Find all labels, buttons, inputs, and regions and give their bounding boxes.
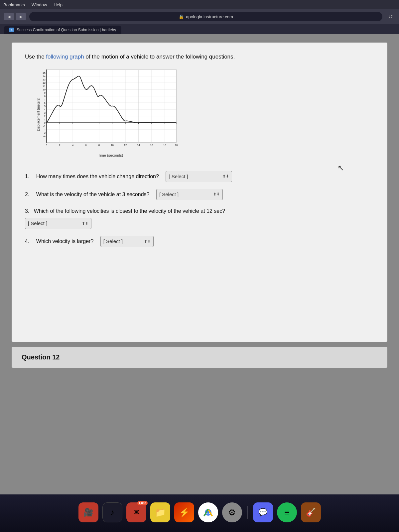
svg-text:5: 5 xyxy=(44,105,46,108)
chrome-icon xyxy=(203,507,213,518)
dock-item-chrome[interactable] xyxy=(198,502,218,522)
q4-select-label: [ Select ] xyxy=(103,237,123,245)
dock-item-camera[interactable]: 🎥 xyxy=(78,502,98,522)
svg-text:6: 6 xyxy=(44,101,46,104)
svg-text:-4: -4 xyxy=(43,135,46,138)
q1-number: 1. xyxy=(25,172,29,181)
dock-item-settings[interactable]: ⚙ xyxy=(222,502,242,522)
svg-text:6: 6 xyxy=(85,144,87,147)
page-scroll-area[interactable]: Use the following graph of the motion of… xyxy=(0,34,399,494)
dock-item-mail[interactable]: ✉ 1,052 xyxy=(126,502,146,522)
q4-text: Which velocity is larger? xyxy=(36,237,94,246)
question-intro: Use the following graph of the motion of… xyxy=(25,53,374,61)
intro-text-before: Use the xyxy=(25,54,46,60)
svg-text:8: 8 xyxy=(98,144,100,147)
graph-inner: 15 14 13 12 11 10 9 8 7 6 5 xyxy=(37,69,180,153)
dock-files-icon: 📁 xyxy=(155,507,166,518)
q2-number: 2. xyxy=(25,190,29,199)
q1-select[interactable]: [ Select ] ⬆⬇ xyxy=(166,171,232,182)
question-12-title: Question 12 xyxy=(22,353,377,361)
dock-settings-icon: ⚙ xyxy=(228,507,236,518)
browser-nav-buttons: ◀ ▶ xyxy=(4,13,26,20)
q4-select-arrow: ⬆⬇ xyxy=(141,238,151,245)
dock-garageband-icon: 🎸 xyxy=(306,508,316,517)
svg-text:10: 10 xyxy=(111,144,114,147)
graph-container: Displacement (meters) xyxy=(25,68,374,161)
browser-back-btn[interactable]: ◀ xyxy=(4,13,14,20)
menu-bookmarks[interactable]: Bookmarks xyxy=(3,2,25,7)
dock-camera-icon: 🎥 xyxy=(83,508,93,517)
q2-text: What is the velocity of the vehicle at 3… xyxy=(36,190,150,199)
dock-item-music[interactable]: ♪ xyxy=(102,502,122,522)
svg-text:15: 15 xyxy=(43,71,46,74)
dock-discord-icon: 💬 xyxy=(258,508,267,517)
graph-svg: 15 14 13 12 11 10 9 8 7 6 5 xyxy=(37,69,180,153)
svg-text:8: 8 xyxy=(44,95,46,98)
svg-text:-1: -1 xyxy=(43,125,46,128)
q3-select[interactable]: [ Select ] ⬆⬇ xyxy=(25,218,91,229)
svg-text:13: 13 xyxy=(43,78,46,81)
q1-select-arrow: ⬆⬇ xyxy=(219,173,229,180)
svg-text:10: 10 xyxy=(43,88,46,91)
lock-icon: 🔒 xyxy=(179,14,184,19)
svg-text:-3: -3 xyxy=(43,131,46,134)
svg-text:2: 2 xyxy=(44,115,46,118)
q3-number: 3. xyxy=(25,208,29,214)
question-12-section: Question 12 xyxy=(12,347,387,368)
svg-text:4: 4 xyxy=(72,144,74,147)
svg-text:16: 16 xyxy=(150,144,153,147)
svg-text:-2: -2 xyxy=(43,128,46,131)
svg-text:20: 20 xyxy=(175,144,178,147)
dock-item-garageband[interactable]: 🎸 xyxy=(301,502,321,522)
menu-window[interactable]: Window xyxy=(32,2,47,7)
browser-forward-btn[interactable]: ▶ xyxy=(16,13,26,20)
svg-text:18: 18 xyxy=(163,144,166,147)
svg-text:2: 2 xyxy=(59,144,61,147)
dock-divider xyxy=(247,506,248,519)
q2-select-arrow: ⬆⬇ xyxy=(210,191,220,198)
dock-browser-icon: ⚡ xyxy=(179,507,190,518)
tab-bar: b Success Confirmation of Question Submi… xyxy=(0,24,399,34)
dock-item-files[interactable]: 📁 xyxy=(150,502,170,522)
dock-item-browser[interactable]: ⚡ xyxy=(174,502,194,522)
svg-text:0: 0 xyxy=(44,121,46,124)
address-bar[interactable]: 🔒 apologia.instructure.com xyxy=(29,12,382,21)
svg-text:14: 14 xyxy=(43,75,46,78)
question-2-row: 2. What is the velocity of the vehicle a… xyxy=(25,189,374,200)
dock-spotify-icon: ≡ xyxy=(284,507,289,518)
address-text: apologia.instructure.com xyxy=(186,14,233,19)
x-axis-label: Time (seconds) xyxy=(37,153,185,157)
q3-select-arrow: ⬆⬇ xyxy=(78,220,88,227)
menu-help[interactable]: Help xyxy=(54,2,63,7)
q3-text: Which of the following velocities is clo… xyxy=(34,208,225,214)
menubar: Bookmarks Window Help xyxy=(0,0,399,9)
tab-favicon: b xyxy=(9,28,14,32)
q1-select-label: [ Select ] xyxy=(169,173,188,181)
graph-wrap: Displacement (meters) xyxy=(25,68,185,161)
question-1-row: 1. How many times does the vehicle chang… xyxy=(25,171,374,182)
q3-select-label: [ Select ] xyxy=(28,219,47,227)
svg-text:14: 14 xyxy=(137,144,140,147)
q4-number: 4. xyxy=(25,237,29,246)
question-4-row: 4. Which velocity is larger? [ Select ] … xyxy=(25,236,374,247)
q4-select[interactable]: [ Select ] ⬆⬇ xyxy=(100,236,154,247)
svg-text:0: 0 xyxy=(46,144,48,147)
dock-music-icon: ♪ xyxy=(110,508,114,517)
dock-item-spotify[interactable]: ≡ xyxy=(277,502,297,522)
svg-text:1: 1 xyxy=(44,118,46,121)
svg-text:12: 12 xyxy=(124,144,127,147)
following-graph-link[interactable]: following graph xyxy=(46,54,84,60)
dock-bar: 🎥 ♪ ✉ 1,052 📁 ⚡ xyxy=(0,495,399,529)
svg-text:7: 7 xyxy=(44,98,46,101)
questions-section: 1. How many times does the vehicle chang… xyxy=(25,171,374,247)
svg-text:4: 4 xyxy=(44,108,46,111)
active-tab[interactable]: b Success Confirmation of Question Submi… xyxy=(4,26,121,34)
svg-text:3: 3 xyxy=(44,111,46,114)
q2-select[interactable]: [ Select ] ⬆⬇ xyxy=(156,189,223,200)
svg-text:9: 9 xyxy=(44,91,46,94)
page-content: Use the following graph of the motion of… xyxy=(12,43,387,342)
dock-mail-badge: 1,052 xyxy=(137,501,148,505)
dock-area: 🎥 ♪ ✉ 1,052 📁 ⚡ xyxy=(0,495,399,532)
dock-item-discord[interactable]: 💬 xyxy=(253,502,273,522)
refresh-button[interactable]: ↺ xyxy=(386,12,395,21)
